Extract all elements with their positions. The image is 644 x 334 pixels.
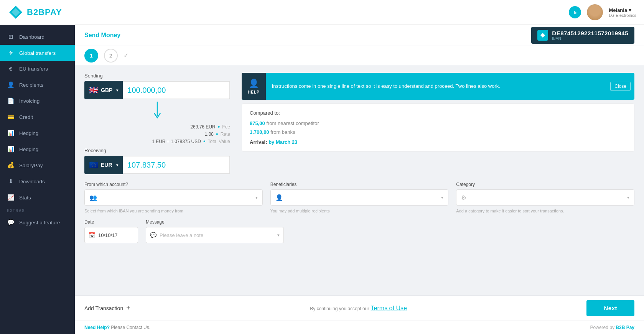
rate-info: 269,76 EUR • Fee 1.08 • Rate 1 EUR = 1,0…: [84, 122, 230, 148]
eur-flag: 🇪🇺: [89, 160, 99, 169]
user-info: Melania ▾ LG Electronics: [609, 7, 636, 18]
exchange-block: Sending 🇬🇧 GBP ▾: [84, 73, 230, 174]
notification-badge[interactable]: 5: [569, 6, 581, 18]
sidebar-label-dashboard: Dashboard: [19, 34, 44, 40]
credit-icon: 💳: [7, 114, 15, 120]
date-field: Date 📅 10/10/17: [84, 219, 138, 243]
suggest-icon: 💬: [7, 219, 15, 226]
from-account-select[interactable]: 👥 ▾: [84, 189, 263, 206]
sidebar-label-downloads: Downloads: [19, 179, 45, 184]
footer-contact: Please Contact Us.: [111, 325, 150, 330]
arrow-down-wrap: [84, 99, 230, 122]
message-icon: 💬: [150, 232, 156, 238]
compare-title: Compared to:: [250, 110, 626, 116]
fee-label: Fee: [222, 124, 230, 130]
bottom-bar: Add Transaction + By continuing you acce…: [75, 295, 644, 321]
dashboard-icon: ⊞: [7, 33, 15, 40]
sending-row: 🇬🇧 GBP ▾: [84, 81, 230, 99]
content-area: Send Money DE87451292211572019945 IBAN 1…: [75, 25, 644, 334]
fields-row: From which account? 👥 ▾ Select from whic…: [84, 182, 634, 213]
beneficiaries-hint: You may add multiple recipients: [270, 209, 449, 213]
from-account-hint: Select from which IBAN you are sending m…: [84, 209, 263, 213]
category-select[interactable]: ⚙ ▾: [456, 189, 634, 206]
footer-brand[interactable]: B2B Pay: [616, 325, 634, 330]
help-icon: 👤: [249, 79, 259, 89]
stats-icon: 📈: [7, 194, 15, 201]
iban-icon: [537, 30, 548, 41]
beneficiaries-select[interactable]: 👤 ▾: [270, 189, 449, 206]
notification-count: 5: [569, 6, 581, 18]
terms-text: By continuing you accept our: [310, 306, 369, 311]
from-currency-code: GBP: [101, 87, 112, 93]
sidebar-item-dashboard[interactable]: ⊞ Dashboard: [0, 29, 75, 45]
date-input-wrap[interactable]: 📅 10/10/17: [84, 227, 138, 243]
category-label: Category: [456, 182, 634, 187]
logo-text: B2BPAY: [27, 7, 62, 17]
add-transaction-label: Add Transaction: [84, 305, 123, 311]
downloads-icon: ⬇: [7, 178, 15, 185]
exchange-arrow-icon: [152, 101, 163, 120]
step-check-icon: ✓: [124, 52, 128, 59]
beneficiaries-group: Beneficiaries 👤 ▾ You may add multiple r…: [270, 182, 449, 213]
salarypay-icon: 💰: [7, 162, 15, 169]
logo-icon: [8, 4, 24, 20]
arrival-label: Arrival:: [250, 139, 267, 145]
sidebar-item-hedging1[interactable]: 📊 Hedging: [0, 125, 75, 141]
beneficiaries-caret: ▾: [441, 195, 443, 200]
sidebar-item-salarypay[interactable]: 💰 SalaryPay: [0, 157, 75, 173]
help-banner: 👤 HELP Instructions come in one single l…: [242, 73, 634, 100]
to-currency-selector[interactable]: 🇪🇺 EUR ▾: [84, 156, 123, 174]
from-currency-selector[interactable]: 🇬🇧 GBP ▾: [84, 81, 123, 99]
date-message-row: Date 📅 10/10/17 Message 💬 Please leave a…: [84, 219, 634, 243]
sidebar-label-stats: Stats: [19, 195, 31, 201]
step-1[interactable]: 1: [84, 49, 98, 63]
rate-value: 1.08: [205, 132, 214, 137]
powered-by-text: Powered by: [590, 325, 614, 330]
sidebar-item-hedging2[interactable]: 📊 Hedging: [0, 141, 75, 157]
next-button[interactable]: Next: [586, 300, 634, 316]
sending-label: Sending: [84, 73, 230, 79]
invoicing-icon: 📄: [7, 97, 15, 104]
avatar[interactable]: [587, 4, 603, 20]
to-currency-code: EUR: [101, 162, 112, 168]
sidebar-item-recipients[interactable]: 👤 Recipients: [0, 77, 75, 93]
sidebar-item-stats[interactable]: 📈 Stats: [0, 189, 75, 206]
category-hint: Add a category to make it easier to sort…: [456, 209, 634, 213]
sidebar-item-eu-transfers[interactable]: € EU transfers: [0, 61, 75, 77]
footer-right: Powered by B2B Pay: [590, 325, 634, 330]
from-amount-input[interactable]: [123, 81, 230, 99]
compare-box: Compared to: 875,00 from nearest competi…: [242, 104, 634, 151]
help-close-button[interactable]: Close: [610, 82, 631, 91]
user-name[interactable]: Melania ▾: [609, 7, 631, 13]
total-value: 1 EUR = 1,078375 USD: [152, 139, 201, 144]
category-icon: ⚙: [461, 194, 466, 201]
terms-link[interactable]: Terms of Use: [371, 305, 407, 311]
sidebar-label-credit: Credit: [19, 114, 33, 120]
sidebar-label-invoicing: Invoicing: [19, 98, 40, 104]
sidebar-item-invoicing[interactable]: 📄 Invoicing: [0, 93, 75, 109]
sidebar-item-suggest[interactable]: 💬 Suggest a feature: [0, 214, 75, 230]
arrival-date: by March 23: [268, 139, 297, 145]
to-amount-input[interactable]: [123, 156, 230, 174]
step-2[interactable]: 2: [104, 49, 118, 63]
message-input-wrap[interactable]: 💬 Please leave a note ▾: [146, 227, 284, 243]
sidebar-item-downloads[interactable]: ⬇ Downloads: [0, 173, 75, 189]
category-group: Category ⚙ ▾ Add a category to make it e…: [456, 182, 634, 213]
from-account-group: From which account? 👥 ▾ Select from whic…: [84, 182, 263, 213]
sidebar-label-eu-transfers: EU transfers: [19, 66, 48, 72]
date-value: 10/10/17: [98, 232, 118, 238]
sidebar-item-credit[interactable]: 💳 Credit: [0, 109, 75, 125]
message-label: Message: [146, 219, 284, 225]
sidebar: ⊞ Dashboard ✈ Global transfers € EU tran…: [0, 25, 75, 334]
header-right: 5 Melania ▾ LG Electronics: [569, 4, 636, 20]
add-transaction-button[interactable]: Add Transaction +: [84, 304, 130, 312]
page-title: Send Money: [84, 32, 120, 39]
need-help-link[interactable]: Need Help?: [84, 325, 110, 330]
help-label: HELP: [248, 90, 260, 94]
banks-val: 1.700,00: [250, 129, 269, 135]
competitor-label: from nearest competitor: [266, 120, 319, 126]
sidebar-item-global-transfers[interactable]: ✈ Global transfers: [0, 45, 75, 61]
sidebar-label-suggest: Suggest a feature: [19, 220, 60, 225]
from-account-caret: ▾: [255, 195, 258, 200]
competitor-val: 875,00: [250, 120, 265, 126]
